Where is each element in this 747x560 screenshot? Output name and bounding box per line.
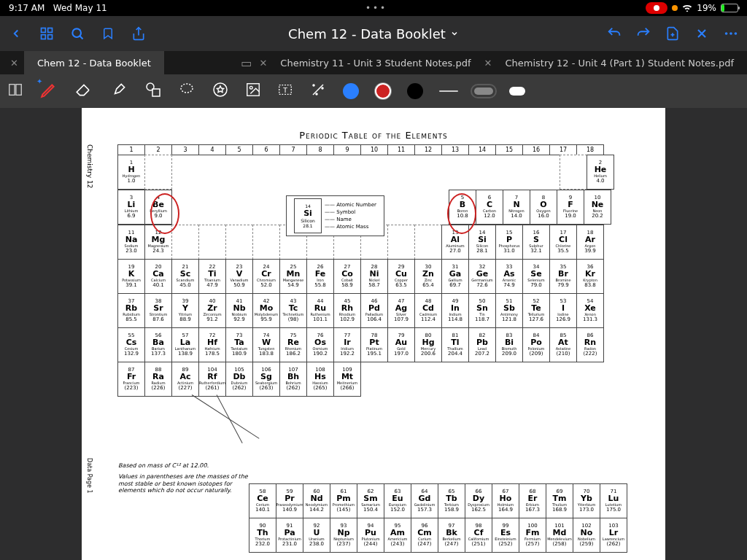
svg-rect-3 [48, 35, 53, 39]
element-Md: 101MdMendelevium(258) [546, 518, 573, 553]
element-Fe: 26FeIron55.8 [306, 259, 334, 294]
document-canvas[interactable]: Chemistry 12 Data Page 1 Periodic Table … [0, 108, 747, 560]
back-button[interactable] [6, 23, 26, 44]
group-header: 7 [279, 144, 307, 155]
tab-close-icon[interactable]: ✕ [259, 58, 267, 69]
element-S: 16SSulphur32.1 [522, 225, 550, 260]
magic-tool-icon[interactable] [309, 81, 327, 101]
element-Ni: 28NiNickel58.7 [360, 259, 388, 294]
element-Np: 93NpNeptunium(237) [330, 518, 357, 553]
svg-line-5 [80, 36, 82, 39]
stroke-thin[interactable] [439, 90, 458, 92]
stamp-tool-icon[interactable] [212, 81, 229, 101]
page-content: Chemistry 12 Data Page 1 Periodic Table … [82, 108, 665, 560]
lasso-tool-icon[interactable] [178, 81, 196, 101]
search-icon[interactable] [67, 23, 88, 44]
element-Co: 27CoCobalt58.9 [333, 259, 361, 294]
element-Se: 34SeSelenium79.0 [522, 259, 550, 294]
element-Pt: 78PtPlatinum195.1 [360, 327, 388, 362]
legend-mass: 28.1 [303, 223, 312, 228]
color-black[interactable] [407, 83, 423, 99]
status-time-date: 9:17 AM Wed May 11 [9, 3, 107, 13]
element-Ti: 22TiTitanium47.9 [198, 259, 226, 294]
new-tab-icon[interactable]: ✕ [0, 58, 24, 69]
element-Cu: 29CuCopper63.5 [387, 259, 415, 294]
element-Ne: 10NeNeon20.2 [584, 190, 611, 225]
lanthanide-actinide-block: 58CeCerium140.159PrPraseodymium140.960Nd… [249, 484, 627, 553]
element-Lu: 71LuLutetium175.0 [600, 483, 627, 518]
element-At: 85AtAstatine(210) [549, 327, 577, 362]
element-V: 23VVanadium50.9 [225, 259, 253, 294]
record-indicator[interactable] [646, 2, 667, 14]
element-Ra: 88RaRadium(226) [144, 362, 172, 397]
image-tool-icon[interactable] [245, 82, 261, 101]
legend-name: Silicon [301, 218, 315, 223]
tab-3[interactable]: Chemistry 12 - Unit 4 (Part 1) Student N… [492, 51, 747, 74]
element-Rh: 45RhRhodium102.9 [333, 293, 361, 328]
stroke-thick[interactable] [509, 87, 525, 96]
element-Ag: 47AgSilver107.9 [387, 293, 415, 328]
element-Tl: 81TlThallium204.4 [441, 327, 469, 362]
pen-tool-icon[interactable]: ✦ [39, 80, 58, 102]
page-title[interactable]: Chem 12 - Data Booklet [166, 26, 581, 42]
redo-button[interactable] [633, 23, 654, 44]
element-H: 1HHydrogen1.0 [117, 155, 145, 190]
element-Hs: 108HsHassium(265) [306, 362, 334, 397]
element-Ce: 58CeCerium140.1 [249, 483, 276, 518]
element-P: 15PPhosphorus31.0 [495, 225, 523, 260]
element-Al: 13AlAluminum27.0 [441, 225, 469, 260]
element-Sr: 38SrStrontium87.6 [144, 293, 172, 328]
color-red-selected[interactable] [375, 83, 391, 99]
highlighter-tool-icon[interactable] [109, 80, 128, 102]
element-Rn: 86RnRadon(222) [576, 327, 604, 362]
element-O: 8OOxygen16.0 [530, 190, 557, 225]
element-Es: 99EsEinsteinium(252) [492, 518, 519, 553]
tab-split-icon[interactable]: ▭ [233, 56, 259, 70]
chevron-down-icon [450, 29, 459, 38]
status-date: Wed May 11 [53, 3, 107, 13]
share-icon[interactable] [128, 23, 149, 44]
element-N: 7NNitrogen14.0 [503, 190, 530, 225]
view-mode-icon[interactable] [7, 82, 23, 101]
tab-active[interactable]: Chem 12 - Data Booklet [24, 51, 164, 74]
multitask-dots[interactable]: ••• [107, 3, 646, 13]
element-Hf: 72HfHafnium178.5 [198, 327, 226, 362]
grid-icon[interactable] [36, 23, 57, 44]
more-icon[interactable] [721, 23, 741, 44]
color-blue[interactable] [343, 83, 359, 99]
element-F: 9FFluorine19.0 [557, 190, 584, 225]
tab-close-icon[interactable]: ✕ [484, 58, 492, 69]
periodic-table-title: Periodic Table of the Elements [82, 130, 665, 141]
close-button[interactable] [692, 23, 712, 44]
tab-label: Chemistry 12 - Unit 4 (Part 1) Student N… [505, 58, 734, 69]
eraser-tool-icon[interactable] [74, 80, 93, 102]
element-Ir: 77IrIridium192.2 [333, 327, 361, 362]
element-Br: 35BrBromine79.9 [549, 259, 577, 294]
connector-line [217, 394, 243, 443]
bookmark-icon[interactable] [98, 23, 118, 44]
text-tool-icon[interactable]: T [277, 82, 293, 101]
element-U: 92UUranium238.0 [303, 518, 330, 553]
group-header: 12 [414, 144, 442, 155]
svg-rect-1 [48, 28, 53, 33]
element-B: 5BBoron10.8 [449, 190, 476, 225]
element-Tb: 65TbTerbium158.9 [438, 483, 465, 518]
svg-point-26 [316, 93, 317, 95]
element-Ar: 18ArArgon39.9 [576, 225, 604, 260]
element-Rb: 37RbRubidium85.5 [117, 293, 145, 328]
side-label: Chemistry 12 [86, 144, 93, 188]
element-K: 19KPotassium39.1 [117, 259, 145, 294]
tab-2[interactable]: Chemistry 11 - Unit 3 Student Notes.pdf [267, 51, 484, 74]
element-Bi: 83BiBismuth209.0 [495, 327, 523, 362]
connector-line [192, 394, 260, 439]
element-Db: 105DbDubnium(262) [225, 362, 253, 397]
group-header: 14 [468, 144, 496, 155]
undo-button[interactable] [604, 23, 624, 44]
status-bar: 9:17 AM Wed May 11 ••• 19% [0, 0, 747, 16]
element-Ru: 44RuRuthenium101.1 [306, 293, 334, 328]
stroke-medium-selected[interactable] [474, 88, 493, 95]
svg-text:T: T [282, 86, 287, 94]
add-page-icon[interactable] [662, 23, 683, 44]
shapes-tool-icon[interactable] [144, 81, 162, 101]
element-Cd: 48CdCadmium112.4 [414, 293, 442, 328]
